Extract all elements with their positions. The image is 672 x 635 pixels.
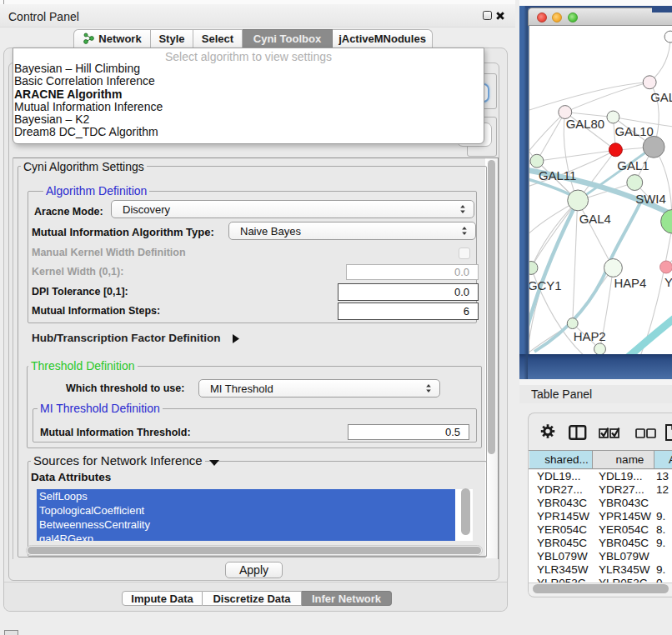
svg-text:GAL4: GAL4 bbox=[579, 212, 611, 226]
svg-text:GAL80: GAL80 bbox=[566, 118, 604, 131]
svg-text:HAP4: HAP4 bbox=[614, 277, 646, 290]
svg-text:HAP2: HAP2 bbox=[574, 330, 606, 343]
svg-text:GCY1: GCY1 bbox=[529, 279, 562, 292]
svg-text:GAL1: GAL1 bbox=[617, 159, 649, 172]
svg-text:GAL10: GAL10 bbox=[614, 125, 653, 138]
svg-text:SWI4: SWI4 bbox=[635, 192, 665, 206]
svg-text:GAL11: GAL11 bbox=[539, 169, 576, 182]
svg-text:GAL2: GAL2 bbox=[650, 91, 672, 104]
svg-text:Y: Y bbox=[664, 276, 672, 289]
